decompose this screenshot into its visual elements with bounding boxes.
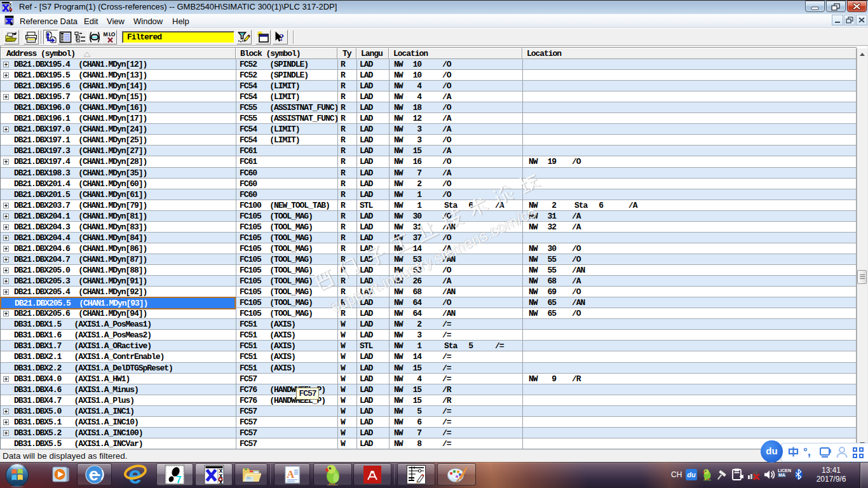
- svg-text:x: x: [219, 478, 222, 484]
- svg-text:x: x: [10, 9, 12, 13]
- svg-text:?: ?: [280, 32, 285, 43]
- svg-text:A: A: [287, 468, 295, 480]
- svg-text:7: 7: [176, 474, 182, 484]
- svg-text:M I.O: M I.O: [104, 31, 116, 37]
